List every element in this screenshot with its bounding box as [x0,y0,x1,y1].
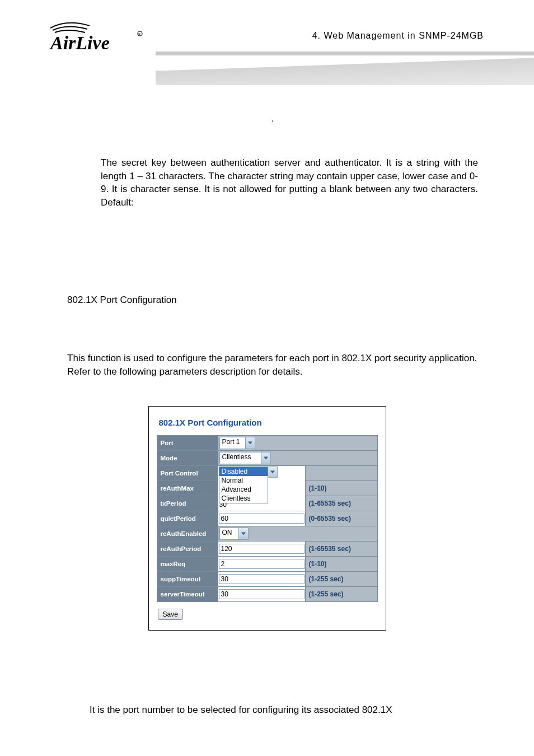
list-item[interactable]: Advanced [219,485,268,494]
reauthperiod-input[interactable]: 120 [219,544,305,554]
table-row: serverTimeout 30 (1-255 sec) [157,587,377,602]
chapter-label: 4. Web Management in SNMP-24MGB [312,31,484,41]
range-reauthmax: (1-10) [305,481,377,496]
label-mode: Mode [157,451,218,466]
table-row: reAuthEnabled ON [157,526,377,542]
table-row: Port Control Disabled Normal Advanced Cl… [157,466,377,481]
dot-text: . [67,112,478,125]
label-txperiod: txPeriod [157,496,218,511]
quietperiod-input[interactable]: 60 [219,514,305,524]
table-row: Mode Clientless [157,451,377,466]
maxreq-input[interactable]: 2 [219,559,305,569]
label-servertimeout: serverTimeout [157,587,218,602]
section-heading: 802.1X Port Configuration [67,293,478,307]
range-supptimeout: (1-255 sec) [305,572,377,587]
range-servertimeout: (1-255 sec) [305,587,377,602]
list-item[interactable]: Disabled [219,467,268,476]
table-row: Port Port 1 [157,436,377,451]
reauthenabled-select[interactable]: ON [219,528,249,540]
table-row: reAuthPeriod 120 (1-65535 sec) [157,542,377,557]
svg-text:R: R [138,32,140,36]
label-maxreq: maxReq [157,557,218,572]
chevron-down-icon [238,528,248,539]
list-item[interactable]: Normal [219,476,268,485]
servertimeout-input[interactable]: 30 [219,589,305,599]
config-screenshot: 802.1X Port Configuration Port Port 1 Mo… [148,406,386,631]
paragraph-secret-key: The secret key between authentication se… [101,156,478,209]
range-maxreq: (1-10) [305,557,377,572]
label-reauthperiod: reAuthPeriod [157,542,218,557]
chevron-down-icon [245,437,255,449]
list-item[interactable]: Clientless [219,494,268,503]
label-port-control: Port Control [157,466,218,481]
paragraph-function-desc: This function is used to configure the p… [67,352,478,379]
mode-select[interactable]: Clientless [219,452,271,464]
table-row: quietPeriod 60 (0-65535 sec) [157,511,377,526]
port-control-listbox[interactable]: Disabled Normal Advanced Clientless [219,466,268,503]
port-select[interactable]: Port 1 [219,437,255,449]
label-supptimeout: suppTimeout [157,572,218,587]
table-row: maxReq 2 (1-10) [157,557,377,572]
chevron-down-icon [268,466,278,478]
config-table: Port Port 1 Mode Clientless [157,435,378,602]
label-port: Port [157,436,218,451]
label-reauthmax: reAuthMax [157,481,218,496]
supptimeout-input[interactable]: 30 [219,574,305,584]
brand-logo: AirLive R [34,17,151,56]
config-title: 802.1X Port Configuration [159,418,378,427]
label-reauthenabled: reAuthEnabled [157,526,218,542]
range-reauthperiod: (1-65535 sec) [305,542,377,557]
range-quietperiod: (0-65535 sec) [305,511,377,526]
svg-text:AirLive: AirLive [49,32,110,53]
range-txperiod: (1-65535 sec) [305,496,377,511]
label-quietperiod: quietPeriod [157,511,218,526]
paragraph-port-desc: It is the port number to be selected for… [90,703,478,717]
table-row: suppTimeout 30 (1-255 sec) [157,572,377,587]
chevron-down-icon [261,452,270,464]
header-band [156,52,534,85]
save-button[interactable]: Save [158,609,183,620]
